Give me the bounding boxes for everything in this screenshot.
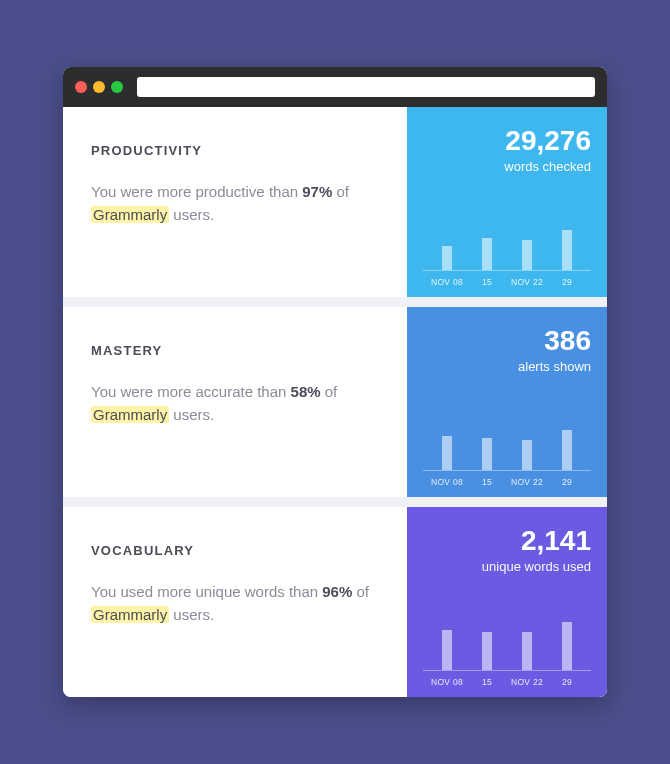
url-input[interactable]: [137, 77, 595, 97]
card-stat-panel: 386 alerts shown NOV 08 15 NOV 22 29: [407, 307, 607, 497]
card-stat-panel: 2,141 unique words used NOV 08 15 NOV 22…: [407, 507, 607, 697]
card-vocabulary: VOCABULARY You used more unique words th…: [63, 507, 607, 697]
bar: [442, 246, 452, 270]
text-percent: 97%: [302, 183, 332, 200]
card-mastery: MASTERY You were more accurate than 58% …: [63, 307, 607, 497]
x-label: NOV 22: [507, 277, 547, 287]
card-title: PRODUCTIVITY: [91, 143, 379, 158]
text-mid: of: [321, 383, 338, 400]
close-icon[interactable]: [75, 81, 87, 93]
stat-caption: words checked: [423, 159, 591, 174]
text-percent: 96%: [322, 583, 352, 600]
x-label: 29: [547, 277, 587, 287]
stat-value: 386: [423, 325, 591, 357]
bar: [562, 230, 572, 270]
x-label: 15: [467, 477, 507, 487]
x-axis: NOV 08 15 NOV 22 29: [423, 471, 591, 487]
bar: [562, 430, 572, 470]
card-text: You were more accurate than 58% of Gramm…: [91, 380, 379, 427]
brand-highlight: Grammarly: [91, 606, 169, 623]
bar: [522, 240, 532, 270]
titlebar: [63, 67, 607, 107]
mini-bar-chart: NOV 08 15 NOV 22 29: [423, 219, 591, 287]
bar: [442, 436, 452, 470]
minimize-icon[interactable]: [93, 81, 105, 93]
text-mid: of: [352, 583, 369, 600]
card-body: VOCABULARY You used more unique words th…: [63, 507, 407, 697]
text-post: users.: [169, 206, 214, 223]
card-title: MASTERY: [91, 343, 379, 358]
card-text: You used more unique words than 96% of G…: [91, 580, 379, 627]
bar: [522, 632, 532, 670]
x-label: NOV 08: [427, 477, 467, 487]
text-mid: of: [332, 183, 349, 200]
bar: [562, 622, 572, 670]
stats-cards: PRODUCTIVITY You were more productive th…: [63, 107, 607, 697]
x-label: NOV 22: [507, 477, 547, 487]
bar: [482, 438, 492, 470]
brand-highlight: Grammarly: [91, 406, 169, 423]
text-percent: 58%: [291, 383, 321, 400]
text-post: users.: [169, 606, 214, 623]
brand-highlight: Grammarly: [91, 206, 169, 223]
card-body: PRODUCTIVITY You were more productive th…: [63, 107, 407, 297]
text-pre: You were more accurate than: [91, 383, 291, 400]
x-label: NOV 08: [427, 677, 467, 687]
bar: [482, 238, 492, 270]
x-label: NOV 08: [427, 277, 467, 287]
browser-window: PRODUCTIVITY You were more productive th…: [63, 67, 607, 697]
bar: [522, 440, 532, 470]
mini-bar-chart: NOV 08 15 NOV 22 29: [423, 419, 591, 487]
text-pre: You used more unique words than: [91, 583, 322, 600]
x-axis: NOV 08 15 NOV 22 29: [423, 671, 591, 687]
bar: [442, 630, 452, 670]
card-text: You were more productive than 97% of Gra…: [91, 180, 379, 227]
stat-caption: alerts shown: [423, 359, 591, 374]
stat-caption: unique words used: [423, 559, 591, 574]
x-label: NOV 22: [507, 677, 547, 687]
x-label: 15: [467, 277, 507, 287]
x-label: 29: [547, 477, 587, 487]
bar-row: [423, 419, 591, 471]
card-stat-panel: 29,276 words checked NOV 08 15 NOV 22 29: [407, 107, 607, 297]
maximize-icon[interactable]: [111, 81, 123, 93]
card-title: VOCABULARY: [91, 543, 379, 558]
card-productivity: PRODUCTIVITY You were more productive th…: [63, 107, 607, 297]
bar: [482, 632, 492, 670]
bar-row: [423, 619, 591, 671]
bar-row: [423, 219, 591, 271]
x-label: 15: [467, 677, 507, 687]
text-pre: You were more productive than: [91, 183, 302, 200]
stat-value: 2,141: [423, 525, 591, 557]
stat-value: 29,276: [423, 125, 591, 157]
x-label: 29: [547, 677, 587, 687]
card-body: MASTERY You were more accurate than 58% …: [63, 307, 407, 497]
text-post: users.: [169, 406, 214, 423]
mini-bar-chart: NOV 08 15 NOV 22 29: [423, 619, 591, 687]
x-axis: NOV 08 15 NOV 22 29: [423, 271, 591, 287]
